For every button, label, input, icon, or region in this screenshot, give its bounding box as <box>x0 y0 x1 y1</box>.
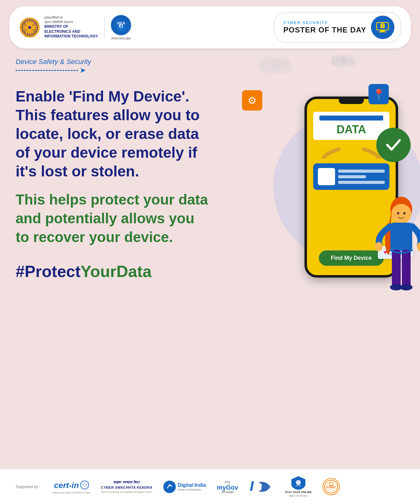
mygov-label: myGov <box>217 484 238 491</box>
data-bar <box>319 116 383 121</box>
svg-point-46 <box>382 133 405 157</box>
swachh-sub: Botnet Cleaning and Malware Analysis Cen… <box>101 491 152 493</box>
swachh-english: CYBER SWACHHTA KENDRA <box>101 485 153 490</box>
blue-text: Enable 'Find My Device'. This features a… <box>16 88 200 180</box>
mygov-logo: my myGov नेरी सरकार <box>217 479 238 494</box>
isea-icon: iSEA 👤 <box>112 15 130 35</box>
svg-rect-57 <box>392 250 401 287</box>
mygov-hindi-label: नेरी सरकार <box>221 491 234 494</box>
right-col: ⚙ 📍 <box>223 87 404 321</box>
id-lines <box>338 168 385 184</box>
stay-safe-label: STAY SAFE ONLINE <box>285 491 312 494</box>
content-area: Device Safety & Security ➤ Enable 'Find … <box>0 48 420 469</box>
isea-logo: iSEA 👤 www.isea.app <box>111 15 131 40</box>
svg-point-64 <box>166 483 174 491</box>
svg-text:C: C <box>261 482 268 493</box>
svg-point-2 <box>28 26 31 29</box>
dashed-line <box>16 70 78 71</box>
cdac-svg: C-DAC <box>324 480 338 494</box>
arrow-right-icon: ➤ <box>80 66 86 75</box>
svg-point-50 <box>391 204 411 224</box>
id-line-2 <box>338 175 366 178</box>
cdac-logo: C-DAC <box>323 478 340 495</box>
svg-point-63 <box>83 484 86 486</box>
digital-india-sub: Power to Empower <box>178 488 206 491</box>
icc-svg: I C <box>249 479 274 495</box>
hashtag: #ProtectYourData <box>16 262 211 281</box>
digital-india-item: Digital India Power to Empower <box>163 481 206 493</box>
govt-logo: सत्यमेव जयते इलेक्ट्रॉनिकी एवं सूचना प्र… <box>19 16 98 39</box>
id-line-3 <box>338 181 385 184</box>
svg-text:cert-in: cert-in <box>54 481 78 490</box>
stay-safe-svg <box>290 476 307 490</box>
mygov-logo-item: my myGov नेरी सरकार <box>217 479 238 494</box>
certin-sub-label: Enhancing Cyber Security in India <box>52 491 90 494</box>
person-figure <box>361 195 420 315</box>
svg-point-65 <box>169 484 170 486</box>
svg-rect-39 <box>382 26 383 27</box>
page-wrapper: सत्यमेव जयते इलेक्ट्रॉनिकी एवं सूचना प्र… <box>0 0 420 504</box>
ashoka-chakra-icon: सत्यमेव जयते <box>19 17 41 38</box>
di-svg <box>165 482 174 492</box>
hashtag-colored: YourData <box>81 262 151 280</box>
id-card <box>313 163 389 190</box>
check-svg <box>381 132 406 157</box>
left-col: Enable 'Find My Device'. This features a… <box>16 87 217 281</box>
svg-rect-54 <box>390 223 412 251</box>
location-float-icon: 📍 <box>368 84 389 104</box>
main-heading: Enable 'Find My Device'. This features a… <box>16 87 211 181</box>
govt-text: इलेक्ट्रॉनिकी एवं सूचना प्रौद्योगिकी मंत… <box>44 16 98 39</box>
certin-logo: cert-in <box>53 479 89 490</box>
svg-point-42 <box>272 57 290 70</box>
isea-circle: iSEA 👤 <box>111 15 131 35</box>
person-svg <box>361 195 420 314</box>
section-underline: ➤ <box>16 66 404 75</box>
header: सत्यमेव जयते इलेक्ट्रॉनिकी एवं सूचना प्र… <box>9 6 411 48</box>
settings-float-icon: ⚙ <box>242 90 262 111</box>
svg-point-45 <box>341 54 354 64</box>
id-line-1 <box>338 170 385 173</box>
isea-url: www.isea.app <box>111 37 131 40</box>
id-square <box>318 168 335 185</box>
cyber-banner: CYBER SECURITY POSTER OF THE DAY <box>274 12 401 43</box>
cyber-text-block: CYBER SECURITY POSTER OF THE DAY <box>284 20 366 34</box>
svg-point-51 <box>397 212 399 215</box>
data-label: DATA <box>319 123 383 136</box>
stay-safe-hindi: सुरक्षित रहें ऑनलाइन <box>289 495 308 498</box>
phone-notch <box>339 99 364 104</box>
cloud-decoration-2 <box>329 50 358 67</box>
digital-india-text-block: Digital India Power to Empower <box>178 482 206 491</box>
certin-symbol <box>80 480 89 490</box>
poster-of-day-label: POSTER OF THE DAY <box>284 26 366 34</box>
green-text: This helps protect your data and potenti… <box>16 191 208 245</box>
svg-point-55 <box>375 242 383 251</box>
certin-svg: cert-in <box>53 479 78 490</box>
icc-logo-item: I C <box>249 479 274 495</box>
svg-text:I: I <box>250 479 254 494</box>
certin-logo-item: cert-in Enhancing Cyber Security in Indi… <box>52 479 90 494</box>
stay-safe-item: STAY SAFE ONLINE सुरक्षित रहें ऑनलाइन <box>285 476 312 498</box>
swachh-hindi: साइबर स्वच्छता केंद्र <box>113 480 140 484</box>
digital-india-logo: Digital India Power to Empower <box>163 481 206 493</box>
swachh-logo-item: साइबर स्वच्छता केंद्र CYBER SWACHHTA KEN… <box>101 480 153 494</box>
svg-point-60 <box>400 284 413 290</box>
check-circle <box>376 128 411 162</box>
digital-india-label: Digital India <box>178 482 206 488</box>
svg-point-52 <box>403 212 406 215</box>
svg-rect-35 <box>380 30 385 32</box>
svg-text:👤: 👤 <box>119 24 123 28</box>
footer-logos: cert-in Enhancing Cyber Security in Indi… <box>52 476 340 498</box>
svg-rect-58 <box>402 250 411 287</box>
monitor-icon <box>371 16 394 39</box>
cyber-security-label: CYBER SECURITY <box>284 20 366 25</box>
cdac-logo-item: C-DAC <box>323 478 340 495</box>
monitor-svg <box>374 19 391 36</box>
supported-by-label: Supported by : <box>16 485 40 489</box>
svg-text:सत्यमेव जयते: सत्यमेव जयते <box>24 35 35 37</box>
two-col-layout: Enable 'Find My Device'. This features a… <box>16 87 404 321</box>
header-divider <box>104 17 105 38</box>
header-left: सत्यमेव जयते इलेक्ट्रॉनिकी एवं सूचना प्र… <box>19 15 131 40</box>
footer: Supported by : cert-in Enhancing Cyber S… <box>0 469 420 504</box>
data-card: DATA <box>313 112 389 140</box>
green-heading: This helps protect your data and potenti… <box>16 190 211 246</box>
